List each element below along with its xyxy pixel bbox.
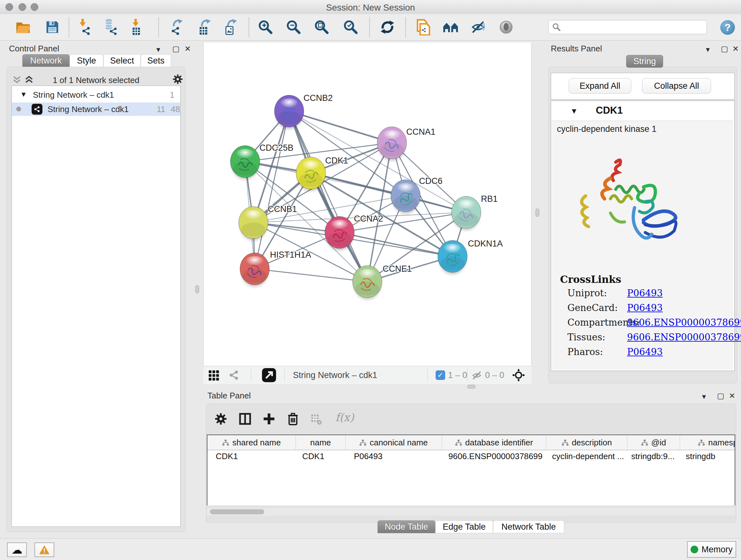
save-session-icon[interactable] bbox=[44, 19, 61, 36]
panel-close-icon[interactable]: ✕ bbox=[185, 45, 191, 53]
panel-close-icon[interactable]: ✕ bbox=[732, 45, 739, 53]
network-edge[interactable] bbox=[255, 111, 289, 269]
tab-style[interactable]: Style bbox=[70, 54, 104, 67]
birds-eye-view-icon[interactable] bbox=[262, 368, 276, 382]
network-collection-row[interactable]: ▼ String Network – cdk1 1 bbox=[12, 88, 180, 101]
table-settings-gear-icon[interactable] bbox=[215, 413, 227, 425]
refresh-icon[interactable] bbox=[379, 19, 396, 36]
zoom-selected-icon[interactable] bbox=[342, 19, 359, 36]
tab-select[interactable]: Select bbox=[104, 54, 141, 67]
fit-content-target-icon[interactable] bbox=[512, 369, 525, 381]
cloud-button[interactable]: ☁ bbox=[7, 543, 27, 557]
network-node-RB1[interactable] bbox=[452, 196, 481, 230]
column-header-canonical-name[interactable]: canonical name bbox=[346, 435, 442, 450]
crosslink-value-link[interactable]: 9606.ENSP00000378699 bbox=[627, 332, 741, 343]
first-neighbors-icon[interactable] bbox=[442, 19, 459, 36]
tab-string[interactable]: String bbox=[626, 55, 663, 68]
entry-expander-icon[interactable]: ▼ bbox=[570, 107, 578, 116]
column-header-namespace[interactable]: namespace bbox=[680, 435, 735, 450]
panel-float-icon[interactable]: ▢ bbox=[717, 392, 724, 400]
import-network-database-icon[interactable] bbox=[103, 19, 119, 36]
hide-selected-icon[interactable] bbox=[470, 19, 486, 36]
network-node-count: 11 bbox=[157, 105, 165, 114]
zoom-out-icon[interactable] bbox=[285, 19, 302, 36]
network-edge[interactable] bbox=[340, 233, 453, 256]
network-node-CDK1[interactable] bbox=[296, 157, 326, 191]
hidden-eye-slash-icon[interactable] bbox=[472, 370, 482, 381]
crosslink-value-link[interactable]: P06493 bbox=[627, 302, 663, 313]
bar-separator bbox=[427, 369, 428, 382]
panel-menu-icon[interactable]: ▾ bbox=[706, 46, 710, 53]
network-node-CCNA2[interactable] bbox=[325, 216, 354, 250]
network-node-CDC25B[interactable] bbox=[230, 145, 260, 179]
import-network-file-icon[interactable] bbox=[76, 19, 92, 36]
export-network-icon[interactable] bbox=[170, 19, 186, 36]
column-header-shared-name[interactable]: shared name bbox=[207, 435, 296, 450]
left-splitter-handle[interactable] bbox=[195, 285, 199, 294]
show-columns-icon[interactable] bbox=[239, 413, 251, 425]
selected-checkbox-icon[interactable]: ✓ bbox=[435, 370, 445, 380]
panel-menu-icon[interactable]: ▾ bbox=[156, 46, 160, 53]
panel-float-icon[interactable]: ▢ bbox=[172, 45, 180, 53]
network-share-icon[interactable] bbox=[229, 370, 239, 380]
tab-node-table[interactable]: Node Table bbox=[378, 520, 435, 533]
table-row[interactable]: CDK1CDK1P064939606.ENSP00000378699cyclin… bbox=[207, 450, 735, 462]
network-options-gear-icon[interactable] bbox=[173, 74, 183, 84]
bar-separator bbox=[251, 369, 251, 382]
help-button[interactable]: ? bbox=[720, 20, 735, 35]
table-body: f(x) shared namenamecanonical namedataba… bbox=[206, 403, 736, 523]
network-row[interactable]: String Network – cdk1 11 48 bbox=[12, 103, 180, 116]
collapse-all-button[interactable]: Collapse All bbox=[642, 78, 711, 94]
expand-all-button[interactable]: Expand All bbox=[569, 78, 631, 94]
show-hidden-icon[interactable] bbox=[498, 19, 515, 36]
open-session-icon[interactable] bbox=[15, 19, 31, 36]
tab-network-table[interactable]: Network Table bbox=[493, 520, 564, 533]
export-image-icon[interactable] bbox=[222, 19, 239, 36]
warning-button[interactable] bbox=[35, 543, 54, 557]
column-header-database-identifier[interactable]: database identifier bbox=[442, 435, 546, 450]
scrollbar-thumb[interactable] bbox=[210, 509, 264, 514]
collection-expander-icon[interactable]: ▼ bbox=[20, 90, 27, 99]
add-column-icon[interactable] bbox=[263, 413, 275, 425]
tab-network[interactable]: Network bbox=[22, 54, 70, 67]
column-header-label: @id bbox=[651, 438, 666, 448]
column-header-label: canonical name bbox=[369, 438, 428, 448]
crosslink-value-link[interactable]: 9606.ENSP00000378699 bbox=[627, 317, 741, 328]
tab-edge-table[interactable]: Edge Table bbox=[435, 520, 493, 533]
hidden-counter: 0 – 0 bbox=[485, 370, 504, 380]
tab-sets[interactable]: Sets bbox=[141, 54, 171, 67]
panel-menu-icon[interactable]: ▾ bbox=[702, 393, 706, 400]
copy-style-icon[interactable] bbox=[415, 19, 432, 36]
network-node-CCNA1[interactable] bbox=[377, 127, 407, 161]
node-label-CDC6: CDC6 bbox=[419, 176, 443, 186]
export-table-icon[interactable] bbox=[196, 19, 213, 36]
network-graph[interactable]: CCNB2CCNA1CDC25BCDK1CDC6RB1CCNB1CCNA2CDK… bbox=[204, 43, 531, 365]
network-edge[interactable] bbox=[255, 269, 367, 282]
right-splitter-handle[interactable] bbox=[536, 208, 539, 217]
panel-float-icon[interactable]: ▢ bbox=[721, 45, 728, 53]
network-node-CCNB1[interactable] bbox=[239, 206, 268, 240]
panel-close-icon[interactable]: ✕ bbox=[729, 392, 735, 400]
column-header-name[interactable]: name bbox=[296, 435, 346, 450]
horizontal-scrollbar[interactable] bbox=[207, 508, 735, 516]
column-header-description[interactable]: description bbox=[546, 435, 627, 450]
import-table-file-icon[interactable] bbox=[128, 19, 145, 36]
network-node-HIST1H1A[interactable] bbox=[240, 253, 269, 287]
search-input[interactable] bbox=[548, 20, 707, 34]
network-canvas[interactable]: CCNB2CCNA1CDC25BCDK1CDC6RB1CCNB1CCNA2CDK… bbox=[203, 43, 532, 366]
grid-view-icon[interactable] bbox=[209, 370, 219, 381]
delete-column-trash-icon[interactable] bbox=[287, 412, 299, 426]
network-edge[interactable] bbox=[289, 111, 392, 143]
collection-count: 1 bbox=[170, 90, 174, 100]
zoom-fit-icon[interactable] bbox=[313, 19, 330, 36]
table-tabs: Node TableEdge TableNetwork Table bbox=[378, 520, 564, 533]
toolbar-separator bbox=[249, 17, 249, 37]
crosslink-value-link[interactable]: P06493 bbox=[627, 347, 663, 357]
memory-button[interactable]: Memory bbox=[687, 541, 736, 558]
column-header-@id[interactable]: @id bbox=[627, 435, 680, 450]
network-node-CDKN1A[interactable] bbox=[438, 240, 467, 274]
crosslink-value-link[interactable]: P06493 bbox=[627, 288, 663, 299]
zoom-in-icon[interactable] bbox=[257, 19, 274, 36]
network-node-CCNE1[interactable] bbox=[353, 266, 382, 300]
network-node-CCNB2[interactable] bbox=[274, 95, 304, 129]
